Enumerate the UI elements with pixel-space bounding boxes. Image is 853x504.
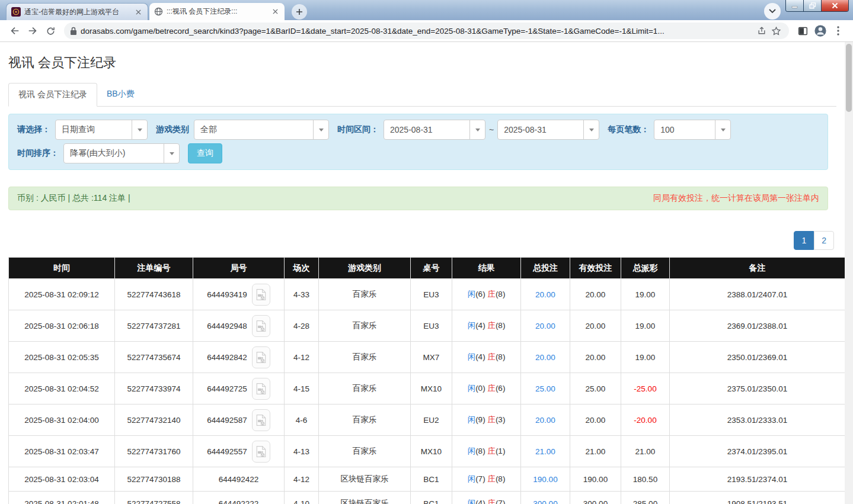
restore-button[interactable] bbox=[804, 0, 822, 11]
address-bar[interactable]: dorasabs.com/game/betrecord_search/kind3… bbox=[64, 23, 789, 39]
share-button[interactable] bbox=[755, 24, 769, 38]
back-button[interactable] bbox=[6, 22, 24, 40]
lock-icon bbox=[70, 27, 77, 36]
cell-game-type: 百家乐 bbox=[319, 373, 411, 405]
date-range-label: 时间区间： bbox=[337, 124, 379, 135]
pagination: 12 bbox=[8, 231, 834, 250]
query-type-select[interactable]: 日期查询 bbox=[55, 120, 148, 140]
tab-search-button[interactable] bbox=[764, 3, 781, 20]
table-row: 2025-08-31 02:03:47522774731760644492557… bbox=[9, 436, 845, 467]
dropdown-arrow-icon bbox=[164, 144, 179, 163]
currency-total-text: 币别 : 人民币 | 总共 :114 注单 | bbox=[17, 193, 130, 204]
cell-time: 2025-08-31 02:09:12 bbox=[9, 279, 115, 310]
cell-session: 4-13 bbox=[285, 436, 319, 467]
tab-close-icon[interactable] bbox=[270, 7, 280, 17]
column-header: 备注 bbox=[670, 258, 845, 279]
tab-close-icon[interactable] bbox=[133, 7, 143, 17]
search-button[interactable]: 查询 bbox=[188, 143, 222, 163]
cell-note: 2374.01/2395.01 bbox=[670, 436, 845, 467]
column-header: 注单编号 bbox=[115, 258, 193, 279]
scrollbar-thumb[interactable] bbox=[846, 44, 852, 112]
cell-result: 闲(4) 庄(8) bbox=[452, 342, 521, 373]
column-header: 时间 bbox=[9, 258, 115, 279]
cell-bet-id: 522774737281 bbox=[115, 310, 193, 342]
date-end-select[interactable]: 2025-08-31 bbox=[497, 120, 599, 140]
avatar-icon bbox=[814, 24, 827, 37]
video-replay-button[interactable] bbox=[252, 284, 270, 306]
cell-total-bet: 25.00 bbox=[521, 373, 570, 405]
video-replay-button[interactable] bbox=[252, 441, 270, 463]
tab-bb-tips[interactable]: BB小费 bbox=[97, 83, 144, 107]
browser-tab-2[interactable]: :::视讯 会员下注纪录::: bbox=[149, 3, 285, 20]
pagination-page-1[interactable]: 1 bbox=[794, 231, 814, 250]
range-separator: ~ bbox=[489, 125, 494, 134]
browser-tab-1[interactable]: 通宝-信誉最好的网上游戏平台 bbox=[6, 3, 148, 20]
minimize-button[interactable] bbox=[786, 0, 804, 11]
cell-payout: 19.00 bbox=[621, 279, 670, 310]
cell-total-bet: 21.00 bbox=[521, 436, 570, 467]
cell-game-type: 百家乐 bbox=[319, 279, 411, 310]
cell-payout: -20.00 bbox=[621, 405, 670, 436]
cell-session: 4-33 bbox=[285, 279, 319, 310]
cell-bet-id: 522774731760 bbox=[115, 436, 193, 467]
video-replay-button[interactable] bbox=[252, 315, 270, 337]
cell-game-type: 百家乐 bbox=[319, 405, 411, 436]
sort-select[interactable]: 降幂(由大到小) bbox=[63, 143, 180, 163]
column-header: 桌号 bbox=[411, 258, 452, 279]
page-title: 视讯 会员下注纪录 bbox=[8, 54, 845, 72]
table-row: 2025-08-31 02:03:04522774730188644492422… bbox=[9, 467, 845, 492]
video-replay-button[interactable] bbox=[252, 346, 270, 368]
cell-table-no: MX7 bbox=[411, 342, 452, 373]
cell-payout: 19.00 bbox=[621, 310, 670, 342]
column-header: 结果 bbox=[452, 258, 521, 279]
cell-bet-id: 522774732140 bbox=[115, 405, 193, 436]
cell-note: 2369.01/2388.01 bbox=[670, 310, 845, 342]
cell-game-type: 区块链百家乐 bbox=[319, 467, 411, 492]
dropdown-arrow-icon bbox=[313, 120, 328, 139]
pagination-page-2[interactable]: 2 bbox=[814, 231, 834, 250]
column-header: 场次 bbox=[285, 258, 319, 279]
cell-table-no: EU2 bbox=[411, 405, 452, 436]
page-size-label: 每页笔数： bbox=[608, 124, 649, 135]
cell-valid-bet: 300.00 bbox=[570, 492, 621, 504]
cell-valid-bet: 25.00 bbox=[570, 373, 621, 405]
new-tab-button[interactable] bbox=[292, 4, 307, 20]
cell-game-type: 百家乐 bbox=[319, 436, 411, 467]
cell-result: 闲(9) 庄(3) bbox=[452, 405, 521, 436]
forward-button[interactable] bbox=[24, 22, 41, 40]
cell-time: 2025-08-31 02:04:00 bbox=[9, 405, 115, 436]
cell-total-bet: 300.00 bbox=[521, 492, 570, 504]
page-size-select[interactable]: 100 bbox=[654, 120, 731, 140]
tab-bet-records[interactable]: 视讯 会员下注纪录 bbox=[8, 83, 97, 107]
bookmark-button[interactable] bbox=[769, 24, 783, 38]
game-type-select[interactable]: 全部 bbox=[194, 120, 329, 140]
table-row: 2025-08-31 02:09:12522774743618644493419… bbox=[9, 279, 845, 310]
table-row: 2025-08-31 02:06:18522774737281644492948… bbox=[9, 310, 845, 342]
cell-result: 闲(8) 庄(1) bbox=[452, 436, 521, 467]
vertical-scrollbar[interactable] bbox=[845, 42, 853, 504]
cell-session: 4-10 bbox=[285, 492, 319, 504]
video-replay-button[interactable] bbox=[252, 409, 270, 431]
reload-button[interactable] bbox=[41, 22, 59, 40]
filter-panel: 请选择： 日期查询 游戏类别 全部 时间区间： 2025-08-31 bbox=[8, 114, 828, 170]
filter-row-1: 请选择： 日期查询 游戏类别 全部 时间区间： 2025-08-31 bbox=[14, 120, 823, 140]
table-row: 2025-08-31 02:04:00522774732140644492587… bbox=[9, 405, 845, 436]
profile-button[interactable] bbox=[812, 22, 829, 40]
video-replay-button[interactable] bbox=[252, 378, 270, 400]
date-start-select[interactable]: 2025-08-31 bbox=[384, 120, 485, 140]
cell-payout: 180.50 bbox=[621, 467, 670, 492]
side-panel-icon bbox=[798, 26, 808, 36]
side-panel-button[interactable] bbox=[794, 22, 812, 40]
url-text: dorasabs.com/game/betrecord_search/kind3… bbox=[81, 27, 750, 36]
cell-total-bet: 20.00 bbox=[521, 310, 570, 342]
video-replay-icon bbox=[256, 351, 266, 364]
page-content: 视讯 会员下注纪录 视讯 会员下注纪录 BB小费 请选择： 日期查询 游戏类别 … bbox=[0, 42, 845, 504]
menu-button[interactable] bbox=[829, 22, 847, 40]
cell-time: 2025-08-31 02:06:18 bbox=[9, 310, 115, 342]
cell-total-bet: 20.00 bbox=[521, 279, 570, 310]
cell-round-id: 644492725 bbox=[193, 373, 285, 405]
video-replay-icon bbox=[256, 445, 266, 458]
cell-time: 2025-08-31 02:03:47 bbox=[9, 436, 115, 467]
close-button[interactable] bbox=[822, 0, 848, 11]
cell-result: 闲(6) 庄(8) bbox=[452, 279, 521, 310]
